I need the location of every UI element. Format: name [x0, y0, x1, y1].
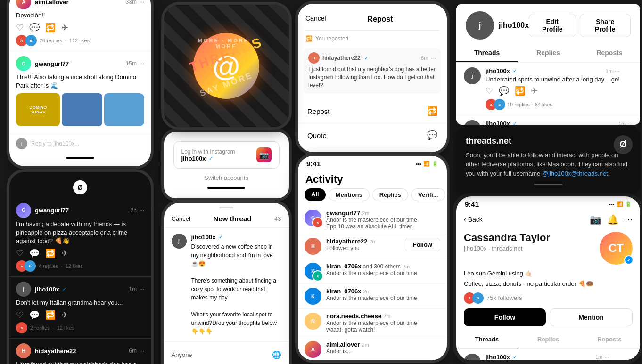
prof-post-text-0: Underrated spots to unwind after a long … [486, 75, 620, 84]
repost-icon-5[interactable]: 🔁 [515, 86, 525, 96]
switch-accounts-button[interactable]: Switch accounts [204, 174, 248, 181]
cas-post-avatar: j [464, 354, 481, 360]
filter-mentions[interactable]: Mentions [329, 188, 370, 201]
back-button[interactable]: ‹ Back [464, 216, 483, 223]
act-username-4: nora.needs.cheese [326, 313, 381, 320]
post-time-hida-dark: 6m··· [129, 348, 144, 354]
like-icon-2[interactable]: ♡ [16, 248, 24, 259]
profile-top: j jiho100x Edit Profile Share Profile [456, 4, 640, 44]
profile-avatar: j [466, 11, 494, 40]
comment-icon[interactable]: 💬 [29, 23, 40, 33]
cancel-button[interactable]: Cancel [172, 215, 190, 222]
cassandra-followers: a b 75k followers [456, 291, 640, 308]
prof-post-meta-0: a b 19 replies · 64 likes [486, 99, 620, 110]
share-icon-2[interactable]: ✈ [61, 248, 68, 259]
repost-phone: Cancel Repost X 🔁 You reposted H hidayat… [298, 4, 447, 152]
comment-icon-2[interactable]: 💬 [29, 248, 40, 259]
act-avatar-3: K [305, 288, 321, 305]
act-avatar-5: A [305, 341, 321, 358]
filter-verified[interactable]: Verifi... [411, 188, 445, 201]
new-thread-options: Anyone 🌐 Profiles you follow 👥 [164, 341, 289, 364]
like-icon-3[interactable]: ♡ [16, 310, 24, 320]
login-verified: ✓ [209, 155, 213, 162]
nt-verified: ✓ [219, 234, 223, 240]
new-thread-header: Cancel New thread 43 [164, 210, 289, 228]
prof-post-verified-0: ✓ [513, 68, 517, 74]
tab-threads[interactable]: Threads [456, 44, 518, 62]
post-actions-aimi: ♡ 💬 🔁 ✈ [16, 23, 144, 33]
profile-post-0: j jiho100x ✓ 1m ··· Underrated spots to … [456, 63, 640, 115]
cassandra-follow-button[interactable]: Follow [464, 308, 546, 326]
dots-icon[interactable]: ··· [625, 214, 633, 225]
reply-bar[interactable]: j Reply to jiho100x... [9, 134, 151, 153]
post-text-aimi: Devoción!! [16, 11, 144, 20]
audience-option[interactable]: Anyone 🌐 [172, 346, 281, 364]
cassandra-phone: 9:41 ▪▪▪ 📶 🔋 ‹ Back 📷 🔔 ··· [456, 196, 640, 360]
cas-tab-threads[interactable]: Threads [456, 331, 518, 348]
post-text-hida-dark: I just found out that my neighbor's dog … [16, 360, 144, 364]
act-time-0: 2m [362, 210, 369, 216]
like-icon-5[interactable]: ♡ [486, 86, 493, 96]
act-time-2: 2m [403, 264, 410, 269]
quote-icon: 💬 [427, 130, 437, 140]
cas-wifi-icon: 📶 [617, 201, 623, 207]
prof-post-username-1: jiho100x [486, 120, 510, 125]
repost-icon-3[interactable]: 🔁 [45, 310, 56, 320]
cas-post-dots: ··· [604, 354, 609, 360]
new-thread-text[interactable]: Discovered a new coffee shop in my neigh… [191, 243, 281, 336]
edit-profile-button[interactable]: Edit Profile [529, 14, 576, 37]
avatar-gwang2: G [16, 203, 31, 218]
signal-icon: ▪▪▪ [416, 161, 421, 167]
cassandra-nav: ‹ Back 📷 🔔 ··· [456, 210, 640, 229]
login-instagram-button[interactable]: Log in with Instagram jiho100x ✓ 📷 [173, 141, 280, 169]
cassandra-mention-button[interactable]: Mention [550, 308, 633, 326]
cassandra-avatar-area: CT ✓ [600, 232, 633, 265]
quote-option[interactable]: Quote 💬 [298, 123, 447, 147]
repost-option[interactable]: Repost 🔁 [298, 99, 447, 123]
cas-post-verified: ✓ [513, 354, 517, 360]
nt-username: jiho100x [191, 234, 216, 241]
profile-panel: j jiho100x Edit Profile Share Profile Th… [456, 4, 640, 125]
tab-reposts[interactable]: Reposts [579, 44, 640, 62]
act-action-0: Andor is the masterpiece of our time [326, 217, 440, 223]
repost-icon-2[interactable]: 🔁 [45, 248, 56, 259]
post-text-gwang1: This!!! Also taking a nice stroll along … [16, 73, 144, 90]
follow-button-1[interactable]: Follow [405, 238, 440, 251]
tab-replies[interactable]: Replies [518, 44, 579, 62]
act-avatar-0: G a [305, 210, 321, 226]
post-meta-jiho-dark: a 2 replies·12 likes [16, 322, 144, 333]
instagram-nav-icon[interactable]: 📷 [590, 214, 601, 225]
filter-replies[interactable]: Replies [372, 188, 408, 201]
bell-icon[interactable]: 🔔 [607, 214, 619, 225]
act-avatar-4: N [305, 313, 321, 330]
post-meta-gwang2: a b 4 replies·12 likes [16, 260, 144, 272]
login-card: Log in with Instagram jiho100x ✓ 📷 Switc… [164, 132, 289, 198]
share-profile-button[interactable]: Share Profile [580, 14, 631, 37]
username-hida-dark: hidayathere22 [35, 348, 76, 355]
login-username: jiho100x [181, 155, 206, 162]
share-icon[interactable]: ✈ [61, 23, 68, 33]
act-time-4: 2m [383, 314, 390, 319]
comment-icon-5[interactable]: 💬 [499, 86, 509, 96]
avatar-gwang1: G [16, 56, 31, 71]
act-time-5: 2m [362, 342, 369, 348]
cas-tab-reposts[interactable]: Reposts [579, 331, 640, 348]
repost-cancel-button[interactable]: Cancel [305, 15, 326, 22]
wifi-icon: 📶 [423, 161, 430, 167]
nt-avatar: j [172, 234, 187, 249]
repost-icon[interactable]: 🔁 [45, 23, 56, 33]
cas-post-username: jiho100x [486, 354, 510, 360]
act-username-1: hidayathere22 [326, 238, 367, 245]
repost-modal-title: Repost [367, 8, 393, 28]
threads-net-text: Soon, you'll be able to follow and inter… [466, 151, 631, 178]
cas-tab-replies[interactable]: Replies [518, 331, 579, 348]
share-icon-5[interactable]: ✈ [531, 86, 538, 96]
post-img-3 [104, 93, 144, 126]
like-icon[interactable]: ♡ [16, 23, 24, 33]
comment-icon-3[interactable]: 💬 [29, 310, 40, 320]
share-icon-3[interactable]: ✈ [61, 310, 68, 320]
activity-item-4: N nora.needs.cheese2m Andor is the maste… [298, 309, 447, 337]
act-username-2: kiran_0706x [326, 263, 361, 270]
username-gwang1: gwangurl77 [35, 60, 69, 67]
filter-all[interactable]: All [305, 188, 326, 201]
